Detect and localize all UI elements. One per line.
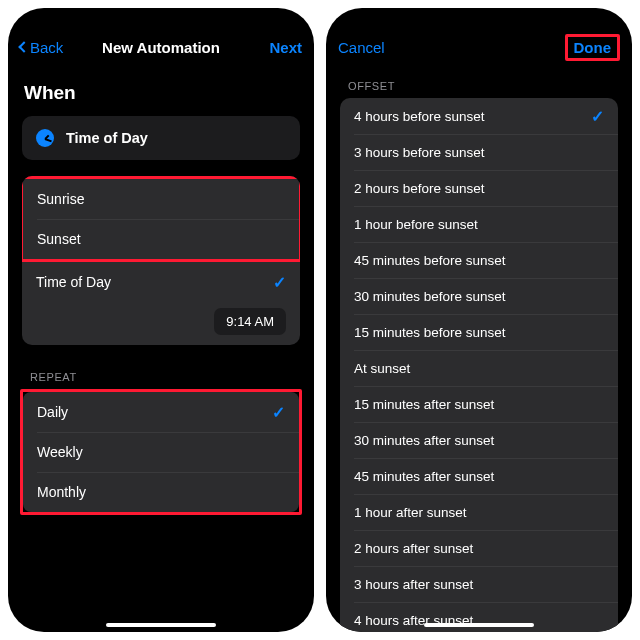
nav-done-button[interactable]: Done [574,39,612,56]
offset-option[interactable]: 45 minutes before sunset [340,242,618,278]
when-heading: When [24,82,298,104]
offset-option[interactable]: 1 hour after sunset [340,494,618,530]
option-label: 45 minutes before sunset [354,253,604,268]
highlight-done: Done [565,34,621,61]
repeat-daily[interactable]: Daily ✓ [23,392,299,432]
nav-cancel-button[interactable]: Cancel [338,39,385,56]
option-label: 15 minutes after sunset [354,397,604,412]
highlight-repeat-options: Daily ✓ Weekly Monthly [20,389,302,515]
offset-option[interactable]: 3 hours after sunset [340,566,618,602]
spacer [22,345,300,367]
offset-option[interactable]: 2 hours after sunset [340,530,618,566]
nav-title: New Automation [80,39,242,56]
checkmark-icon: ✓ [273,273,286,292]
option-label: 3 hours before sunset [354,145,604,160]
highlight-sun-options: Sunrise Sunset [22,176,300,262]
option-label: Weekly [37,444,285,460]
phone-right: Cancel Done OFFSET 4 hours before sunset… [326,8,632,632]
nav-back-button[interactable]: Back [20,39,80,56]
nav-next-button[interactable]: Next [269,39,302,56]
option-label: 2 hours before sunset [354,181,604,196]
option-label: 30 minutes before sunset [354,289,604,304]
home-indicator[interactable] [424,623,534,627]
option-sunrise[interactable]: Sunrise [23,179,299,219]
time-picker-row: 9:14 AM [22,302,300,345]
offset-header: OFFSET [348,80,610,92]
content-area: When Time of Day Sunrise Sunset Time of … [8,66,314,632]
option-label: Daily [37,404,272,420]
option-label: 2 hours after sunset [354,541,604,556]
offset-option[interactable]: 2 hours before sunset [340,170,618,206]
option-label: 15 minutes before sunset [354,325,604,340]
chip-label: Time of Day [66,130,148,146]
offset-option[interactable]: 30 minutes before sunset [340,278,618,314]
clock-icon [36,129,54,147]
option-label: 45 minutes after sunset [354,469,604,484]
status-bar [8,14,314,28]
option-time-of-day[interactable]: Time of Day ✓ [22,262,300,302]
time-options-group: Sunrise Sunset Time of Day ✓ 9:14 AM [22,176,300,345]
chevron-left-icon [18,41,29,52]
repeat-weekly[interactable]: Weekly [23,432,299,472]
nav-bar: Cancel Done [326,28,632,66]
offset-option[interactable]: 4 hours after sunset [340,602,618,632]
phone-left: Back New Automation Next When Time of Da… [8,8,314,632]
nav-bar: Back New Automation Next [8,28,314,66]
offset-option[interactable]: At sunset [340,350,618,386]
option-label: 4 hours before sunset [354,109,591,124]
repeat-options-group: Daily ✓ Weekly Monthly [23,392,299,512]
spacer [22,160,300,176]
option-label: Sunrise [37,191,285,207]
repeat-header: REPEAT [30,371,292,383]
time-of-day-chip[interactable]: Time of Day [22,116,300,160]
offset-option[interactable]: 15 minutes after sunset [340,386,618,422]
checkmark-icon: ✓ [272,403,285,422]
home-indicator[interactable] [106,623,216,627]
offset-option[interactable]: 15 minutes before sunset [340,314,618,350]
offset-option[interactable]: 1 hour before sunset [340,206,618,242]
offset-option[interactable]: 45 minutes after sunset [340,458,618,494]
content-area: OFFSET 4 hours before sunset✓3 hours bef… [326,66,632,632]
option-label: 30 minutes after sunset [354,433,604,448]
time-chip[interactable]: 9:14 AM [214,308,286,335]
offset-option[interactable]: 30 minutes after sunset [340,422,618,458]
option-label: Sunset [37,231,285,247]
offset-option[interactable]: 4 hours before sunset✓ [340,98,618,134]
option-label: Time of Day [36,274,273,290]
repeat-monthly[interactable]: Monthly [23,472,299,512]
nav-back-label: Back [30,39,63,56]
option-label: 1 hour before sunset [354,217,604,232]
option-sunset[interactable]: Sunset [23,219,299,259]
option-label: 1 hour after sunset [354,505,604,520]
offset-option[interactable]: 3 hours before sunset [340,134,618,170]
checkmark-icon: ✓ [591,107,604,126]
option-label: 3 hours after sunset [354,577,604,592]
status-bar [326,14,632,28]
offset-options-group: 4 hours before sunset✓3 hours before sun… [340,98,618,632]
option-label: At sunset [354,361,604,376]
option-label: Monthly [37,484,285,500]
